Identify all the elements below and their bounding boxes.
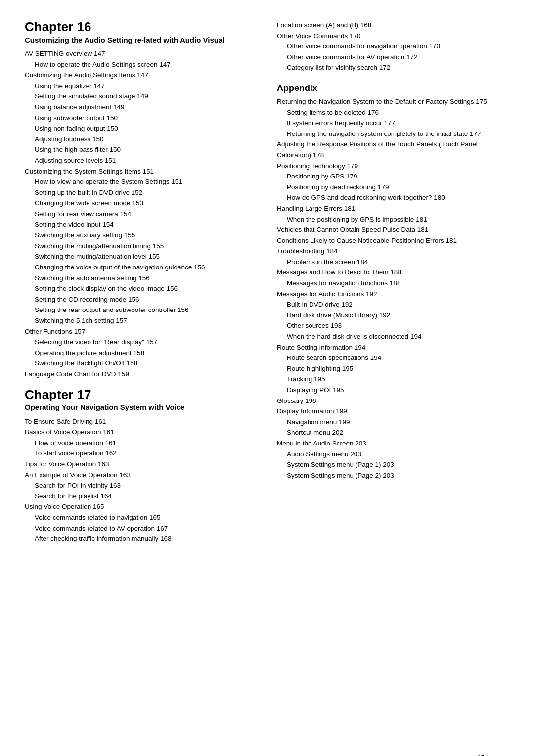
list-item: Switching the auto antenna setting 156: [25, 273, 257, 284]
list-item: Using the high pass filter 150: [25, 144, 257, 155]
list-item: Voice commands related to navigation 165: [25, 512, 257, 523]
chapter16-subheading: Customizing the Audio Setting re-lated w…: [25, 35, 257, 45]
list-item: Using subwoofer output 150: [25, 113, 257, 124]
list-item: If system errors frequently occur 177: [277, 118, 509, 129]
list-item: Audio Settings menu 203: [277, 449, 509, 460]
list-item: Changing the voice output of the navigat…: [25, 262, 257, 273]
list-item: Display Information 199: [277, 406, 509, 417]
list-item: Returning the Navigation System to the D…: [277, 96, 509, 107]
list-item: Category list for visinity search 172: [277, 62, 509, 73]
list-item: Setting the simulated sound stage 149: [25, 91, 257, 102]
list-item: Other sources 193: [277, 320, 509, 331]
chapter17-heading: Chapter 17: [25, 388, 257, 402]
list-item: After checking traffic information manua…: [25, 534, 257, 544]
page-number: 15: [477, 754, 485, 756]
list-item: Navigation menu 199: [277, 417, 509, 428]
list-item: Positioning by dead reckoning 179: [277, 182, 509, 193]
list-item: Route highlighting 195: [277, 363, 509, 374]
list-item: Changing the wide screen mode 153: [25, 198, 257, 209]
list-item: Customizing the Audio Settings Items 147: [25, 70, 257, 81]
list-item: Adjusting loudness 150: [25, 134, 257, 145]
list-item: Basics of Voice Operation 161: [25, 427, 257, 438]
list-item: Built-in DVD drive 192: [277, 299, 509, 310]
list-item: Returning the navigation system complete…: [277, 129, 509, 139]
list-item: How do GPS and dead reckoning work toget…: [277, 192, 509, 203]
appendix-section: Appendix Returning the Navigation System…: [277, 83, 509, 481]
appendix-items: Returning the Navigation System to the D…: [277, 96, 509, 481]
list-item: Switching the 5.1ch setting 157: [25, 315, 257, 326]
list-item: Other Functions 157: [25, 326, 257, 337]
list-item: Search for POI in vicinity 163: [25, 480, 257, 491]
list-item: Switching the muting/attenuation timing …: [25, 241, 257, 252]
right-column: Location screen (A) and (B) 168Other Voi…: [277, 20, 509, 544]
list-item: Displaying POI 195: [277, 385, 509, 396]
list-item: Flow of voice operation 161: [25, 438, 257, 448]
list-item: To Ensure Safe Driving 161: [25, 416, 257, 427]
list-item: AV SETTING overview 147: [25, 48, 257, 59]
list-item: Other voice commands for AV operation 17…: [277, 52, 509, 63]
page-container: Chapter 16 Customizing the Audio Setting…: [25, 20, 509, 756]
list-item: Using Voice Operation 165: [25, 501, 257, 512]
list-item: Setting up the built-in DVD drive 152: [25, 187, 257, 198]
list-item: Shortcut menu 202: [277, 427, 509, 438]
continued-items: Location screen (A) and (B) 168Other Voi…: [277, 20, 509, 73]
list-item: Messages for Audio functions 192: [277, 289, 509, 300]
list-item: Setting the rear output and subwoofer co…: [25, 305, 257, 315]
list-item: Hard disk drive (Music Library) 192: [277, 310, 509, 321]
list-item: Switching the Backlight On/Off 158: [25, 358, 257, 369]
list-item: Search for the playlist 164: [25, 491, 257, 502]
list-item: Setting the CD recording mode 156: [25, 294, 257, 305]
list-item: Other Voice Commands 170: [277, 31, 509, 42]
list-item: Selecting the video for "Rear display" 1…: [25, 337, 257, 348]
list-item: Troubleshooting 184: [277, 246, 509, 257]
list-item: Adjusting source levels 151: [25, 155, 257, 166]
list-item: Vehicles that Cannot Obtain Speed Pulse …: [277, 224, 509, 235]
list-item: Using balance adjustment 149: [25, 102, 257, 113]
list-item: Positioning by GPS 179: [277, 171, 509, 182]
left-column: Chapter 16 Customizing the Audio Setting…: [25, 20, 257, 544]
list-item: When the positioning by GPS is impossibl…: [277, 214, 509, 225]
list-item: Messages and How to React to Them 188: [277, 267, 509, 278]
list-item: When the hard disk drive is disconnected…: [277, 331, 509, 342]
list-item: Messages for navigation functions 188: [277, 278, 509, 289]
chapter16-section: Chapter 16 Customizing the Audio Setting…: [25, 20, 257, 380]
chapter16-items: AV SETTING overview 147How to operate th…: [25, 48, 257, 379]
page-layout: Chapter 16 Customizing the Audio Setting…: [25, 20, 509, 544]
list-item: Conditions Likely to Cause Noticeable Po…: [277, 235, 509, 246]
list-item: Location screen (A) and (B) 168: [277, 20, 509, 31]
list-item: Route search specifications 194: [277, 353, 509, 363]
list-item: How to operate the Audio Settings screen…: [25, 59, 257, 70]
list-item: Positioning Technology 179: [277, 161, 509, 172]
list-item: Tracking 195: [277, 374, 509, 385]
list-item: Operating the picture adjustment 158: [25, 348, 257, 358]
list-item: Handling Large Errors 181: [277, 203, 509, 214]
list-item: Setting the clock display on the video i…: [25, 283, 257, 294]
chapter16-heading: Chapter 16: [25, 20, 257, 34]
list-item: Switching the auxiliary setting 155: [25, 230, 257, 241]
chapter17-section: Chapter 17 Operating Your Navigation Sys…: [25, 388, 257, 544]
list-item: Language Code Chart for DVD 159: [25, 369, 257, 380]
list-item: An Example of Voice Operation 163: [25, 470, 257, 481]
list-item: Other voice commands for navigation oper…: [277, 41, 509, 52]
list-item: Using non fading output 150: [25, 123, 257, 134]
appendix-heading: Appendix: [277, 83, 509, 93]
chapter17-subheading: Operating Your Navigation System with Vo…: [25, 402, 257, 412]
list-item: System Settings menu (Page 2) 203: [277, 470, 509, 481]
chapter17-items: To Ensure Safe Driving 161Basics of Voic…: [25, 416, 257, 544]
list-item: How to view and operate the System Setti…: [25, 177, 257, 187]
list-item: Route Setting Information 194: [277, 342, 509, 353]
list-item: Tips for Voice Operation 163: [25, 459, 257, 470]
list-item: To start voice operation 162: [25, 448, 257, 459]
list-item: Setting for rear view camera 154: [25, 209, 257, 220]
list-item: Switching the muting/attenuation level 1…: [25, 251, 257, 262]
list-item: Menu in the Audio Screen 203: [277, 438, 509, 449]
list-item: Setting items to be deleted 176: [277, 107, 509, 118]
list-item: Using the equalizer 147: [25, 81, 257, 91]
list-item: System Settings menu (Page 1) 203: [277, 459, 509, 470]
list-item: Customizing the System Settings Items 15…: [25, 166, 257, 177]
list-item: Problems in the screen 184: [277, 257, 509, 267]
list-item: Voice commands related to AV operation 1…: [25, 523, 257, 534]
list-item: Setting the video input 154: [25, 220, 257, 230]
list-item: Adjusting the Response Positions of the …: [277, 139, 509, 160]
list-item: Glossary 196: [277, 396, 509, 406]
